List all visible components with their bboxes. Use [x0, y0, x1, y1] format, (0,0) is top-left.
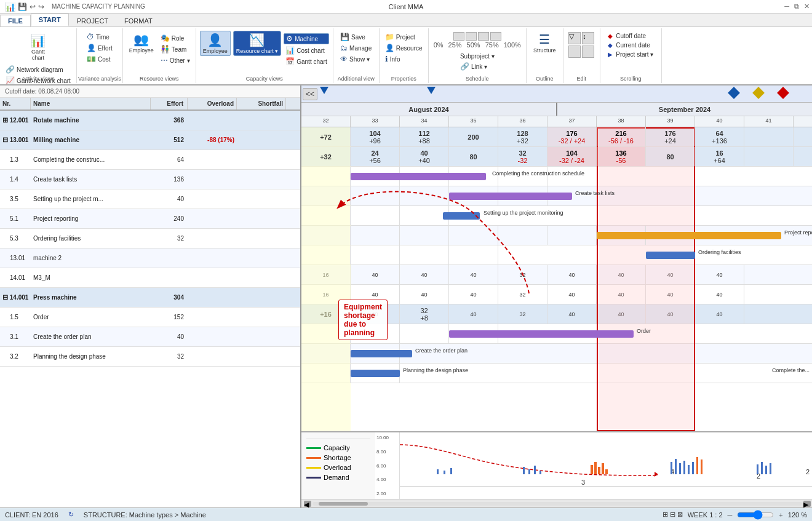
edit-btn2[interactable]: [582, 46, 594, 58]
table-row[interactable]: ⊟ 13.001 Milling machine 512 -88 (17%): [0, 130, 300, 150]
time-button[interactable]: ⏱ Time: [85, 32, 114, 42]
restore-button[interactable]: ⧉: [794, 2, 799, 10]
ribbon-group-capacity: 👤 Employee 📉 Resource chart ▾ ⚙ Machine …: [196, 28, 333, 83]
demand-bar: [444, 471, 445, 474]
cell-effort: 40: [151, 332, 188, 341]
employee-cap-icon: 👤: [207, 33, 223, 47]
manage-button[interactable]: 🗂 Manage: [338, 43, 373, 53]
employee-resource-button[interactable]: 👥 Employee: [127, 31, 156, 65]
gantt-chart-button[interactable]: 📊 Ganttchart: [25, 32, 52, 62]
expand-icon[interactable]: ⊞: [2, 116, 8, 124]
table-row[interactable]: 5.1 Project reporting 240: [0, 209, 300, 229]
nav-back-button[interactable]: <<: [303, 88, 317, 100]
table-row[interactable]: 5.3 Ordering facilities 32: [0, 229, 300, 249]
minimize-button[interactable]: ─: [784, 2, 789, 10]
table-row[interactable]: 14.01 M3_M: [0, 268, 300, 288]
project-prop-button[interactable]: 📁 Project: [383, 32, 424, 42]
network-diagram-button[interactable]: 🔗 Network diagram: [4, 65, 73, 74]
table-row[interactable]: 1.5 Order 152: [0, 308, 300, 327]
nav-diamond-red: [777, 87, 789, 99]
quick-access-save[interactable]: 💾: [18, 2, 27, 11]
structure-icon: ☰: [539, 32, 550, 47]
table-row[interactable]: 3.2 Planning the design phase 32: [0, 347, 300, 367]
sync-icon[interactable]: ↻: [68, 511, 74, 519]
zoom-out-button[interactable]: ─: [728, 511, 733, 519]
ribbon-group-outline: ☰ Structure Outline: [527, 28, 563, 83]
cost-var-button[interactable]: 💵 Cost: [85, 54, 114, 64]
resource-prop-button[interactable]: 👤 Resource: [383, 43, 424, 53]
close-button[interactable]: ✕: [804, 2, 810, 10]
employee-capacity-button[interactable]: 👤 Employee: [200, 31, 231, 56]
gantt-cell-empty: [301, 324, 351, 343]
tab-project[interactable]: PROJECT: [69, 15, 116, 26]
demand-bars: [437, 468, 452, 474]
cell-effort: [151, 277, 188, 279]
table-row[interactable]: ⊟ 14.001 Press machine 304: [0, 288, 300, 308]
info-button[interactable]: ℹ Info: [383, 54, 424, 64]
cost-chart-button[interactable]: 📊 Cost chart: [284, 46, 328, 55]
quick-access-undo[interactable]: ↩: [30, 2, 36, 11]
expand-icon[interactable]: ⊟: [2, 293, 8, 301]
title-bar: 📊 💾 ↩ ↪ MACHINE CAPACITY PLANNING Client…: [0, 0, 812, 14]
demand-bar: [770, 463, 771, 474]
link-button[interactable]: 🔗 Link ▾: [458, 62, 496, 71]
tab-start[interactable]: START: [31, 14, 69, 26]
legend-color-shortage: [306, 457, 321, 459]
horizontal-scrollbar[interactable]: ◀ ▶: [301, 499, 812, 507]
current-date-button[interactable]: ◆ Current date: [606, 41, 655, 49]
resource-prop-label: Resource: [396, 45, 423, 52]
gc: 40: [351, 285, 400, 304]
filter-button[interactable]: ▽: [568, 32, 581, 44]
cutoff-date-button[interactable]: ◆ Cutoff date: [606, 32, 655, 40]
table-row[interactable]: 3.1 Create the order plan 40: [0, 327, 300, 347]
team-button[interactable]: 👫 Team: [159, 44, 192, 54]
project-start-button[interactable]: ▶ Project start ▾: [606, 50, 655, 58]
chart-viz: 10.00 8.00 6.00 4.00 2.00: [375, 432, 812, 499]
gantt-cell-empty: [351, 226, 400, 245]
quick-access-redo[interactable]: ↪: [38, 2, 44, 11]
scroll-track[interactable]: [312, 502, 802, 506]
zoom-slider[interactable]: [737, 510, 774, 520]
cell-effort: 368: [151, 116, 188, 125]
nav-diamond-blue: [728, 87, 740, 99]
edit-btn1[interactable]: [568, 46, 581, 58]
gantt-cell-empty: [547, 226, 597, 245]
effort-button[interactable]: 👤 Effort: [85, 43, 114, 53]
schedule-btn-4[interactable]: [490, 32, 501, 41]
show-button[interactable]: 👁 Show ▾: [338, 54, 373, 64]
tab-format[interactable]: FORMAT: [116, 15, 161, 26]
save-view-button[interactable]: 💾 Save: [338, 32, 373, 42]
scroll-left-button[interactable]: ◀: [304, 501, 311, 507]
subproject-button[interactable]: Subproject ▾: [458, 52, 496, 60]
table-row[interactable]: 1.4 Create task lists 136: [0, 170, 300, 189]
gantt-row-32-sub: Planning the design phase Complete the..…: [301, 364, 812, 383]
resource-chart-button[interactable]: 📉 Resource chart ▾: [233, 31, 282, 56]
table-row[interactable]: 3.5 Setting up the project m... 40: [0, 189, 300, 209]
tab-file[interactable]: FILE: [0, 15, 31, 26]
bar-project-reporting: [597, 232, 781, 239]
zoom-plus-button[interactable]: +: [779, 511, 782, 519]
structure-button[interactable]: ☰ Structure: [531, 30, 559, 55]
schedule-btn-2[interactable]: [466, 32, 477, 41]
show-label: Show ▾: [349, 56, 370, 63]
week-41: 41: [744, 116, 794, 127]
expand-icon[interactable]: ⊟: [2, 136, 8, 143]
table-body: ⊞ 12.001 Rotate machine 368 ⊟ 13.001 Mil…: [0, 111, 300, 507]
role-button[interactable]: 🎭 Role: [159, 33, 192, 43]
table-row[interactable]: 1.3 Completing the construc... 64: [0, 150, 300, 170]
machine-button[interactable]: ⚙ Machine: [284, 33, 328, 44]
table-row[interactable]: 13.01 machine 2: [0, 249, 300, 268]
gantt-chart-cap-button[interactable]: 📅 Gantt chart: [284, 57, 328, 66]
scroll-right-button[interactable]: ▶: [803, 501, 811, 507]
app-icon: 📊: [5, 2, 15, 12]
sort-button[interactable]: ↕: [582, 32, 594, 44]
schedule-btn-1[interactable]: [453, 32, 464, 41]
window-title: Client MMA: [389, 3, 424, 10]
schedule-btn-3[interactable]: [478, 32, 489, 41]
other-button[interactable]: ⋯ Other ▾: [159, 55, 192, 65]
scroll-thumb[interactable]: [319, 502, 368, 506]
table-header: Nr. Name Effort Overload Shortfall: [0, 98, 300, 111]
gc: 32+8: [400, 304, 449, 324]
cell-effort: 304: [151, 293, 188, 302]
table-row[interactable]: ⊞ 12.001 Rotate machine 368: [0, 111, 300, 130]
